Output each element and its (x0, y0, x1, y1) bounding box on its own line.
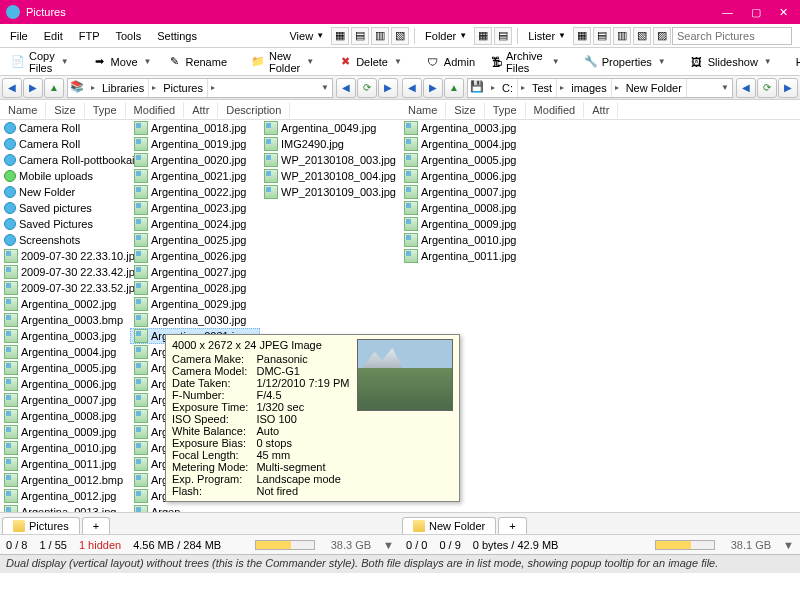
nav-up-button[interactable]: ▲ (44, 78, 64, 98)
col-type[interactable]: Type (85, 102, 126, 118)
nav-up-button[interactable]: ▲ (444, 78, 464, 98)
crumb-libraries[interactable]: Libraries (98, 79, 149, 97)
list-item[interactable]: WP_20130108_003.jpg (260, 152, 400, 168)
folder-mode-2-icon[interactable]: ▤ (494, 27, 512, 45)
list-item[interactable]: Argentina_0020.jpg (130, 152, 260, 168)
list-item[interactable]: Argentina_0003.jpg (400, 120, 800, 136)
list-item[interactable]: Argentina_0024.jpg (130, 216, 260, 232)
menu-settings[interactable]: Settings (149, 26, 205, 46)
col-name[interactable]: Name (400, 102, 446, 118)
list-item[interactable]: Argentina_0025.jpg (130, 232, 260, 248)
view-mode-3-icon[interactable]: ▥ (371, 27, 389, 45)
list-item[interactable]: Argentina_0004.jpg (0, 344, 130, 360)
lister-mode-1-icon[interactable]: ▦ (573, 27, 591, 45)
search-input[interactable] (672, 27, 792, 45)
left-breadcrumb[interactable]: 📚 ▸ Libraries ▸ Pictures ▸ ▼ (67, 78, 333, 98)
col-attr[interactable]: Attr (584, 102, 618, 118)
nav-fwd-button[interactable]: ▶ (423, 78, 443, 98)
list-item[interactable]: 2009-07-30 22.33.52.jpg (0, 280, 130, 296)
nav-left-arrow-icon[interactable]: ◀ (736, 78, 756, 98)
list-item[interactable]: Argentina_0022.jpg (130, 184, 260, 200)
right-tab[interactable]: New Folder (402, 517, 496, 534)
list-item[interactable]: Argentina_0027.jpg (130, 264, 260, 280)
list-item[interactable]: Argentina_0023.jpg (130, 200, 260, 216)
list-item[interactable]: Argentina_0013.jpg (0, 504, 130, 512)
list-item[interactable]: Argentina_0003.bmp (0, 312, 130, 328)
list-item[interactable]: Argen (130, 504, 260, 512)
list-item[interactable]: Argentina_0003.jpg (0, 328, 130, 344)
col-type[interactable]: Type (485, 102, 526, 118)
nav-left-arrow-icon[interactable]: ◀ (336, 78, 356, 98)
list-item[interactable]: Saved pictures (0, 200, 130, 216)
list-item[interactable]: Argentina_0009.jpg (400, 216, 800, 232)
list-item[interactable]: Argentina_0005.jpg (400, 152, 800, 168)
move-button[interactable]: ➡Move▼ (86, 51, 159, 73)
crumb-c[interactable]: C: (498, 79, 518, 97)
list-item[interactable]: 2009-07-30 22.33.10.jpg (0, 248, 130, 264)
nav-back-button[interactable]: ◀ (2, 78, 22, 98)
list-item[interactable]: Camera Roll (0, 120, 130, 136)
col-modified[interactable]: Modified (126, 102, 185, 118)
list-item[interactable]: Argentina_0018.jpg (130, 120, 260, 136)
view-mode-1-icon[interactable]: ▦ (331, 27, 349, 45)
list-item[interactable]: Camera Roll-pottbookair (0, 152, 130, 168)
col-name[interactable]: Name (0, 102, 46, 118)
col-attr[interactable]: Attr (184, 102, 218, 118)
admin-button[interactable]: 🛡Admin (419, 51, 482, 73)
lister-mode-3-icon[interactable]: ▥ (613, 27, 631, 45)
left-tab-add[interactable]: + (82, 517, 110, 534)
list-item[interactable]: Screenshots (0, 232, 130, 248)
close-button[interactable]: ✕ (779, 6, 788, 19)
list-item[interactable]: WP_20130109_003.jpg (260, 184, 400, 200)
delete-button[interactable]: ✖Delete▼ (331, 51, 409, 73)
rename-button[interactable]: ✎Rename (160, 51, 234, 73)
list-item[interactable]: Argentina_0049.jpg (260, 120, 400, 136)
right-tab-add[interactable]: + (498, 517, 526, 534)
list-item[interactable]: Argentina_0012.bmp (0, 472, 130, 488)
help-button[interactable]: Help❔▼ (789, 51, 800, 73)
list-item[interactable]: Argentina_0010.jpg (400, 232, 800, 248)
col-modified[interactable]: Modified (526, 102, 585, 118)
crumb-dropdown-icon[interactable]: ▼ (718, 83, 732, 92)
maximize-button[interactable]: ▢ (751, 6, 761, 19)
crumb-pictures[interactable]: Pictures (159, 79, 208, 97)
view-mode-4-icon[interactable]: ▧ (391, 27, 409, 45)
view-dropdown[interactable]: View▼ (283, 28, 330, 44)
list-item[interactable]: Argentina_0002.jpg (0, 296, 130, 312)
list-item[interactable]: Camera Roll (0, 136, 130, 152)
lister-mode-2-icon[interactable]: ▤ (593, 27, 611, 45)
crumb-images[interactable]: images (567, 79, 611, 97)
menu-tools[interactable]: Tools (107, 26, 149, 46)
list-item[interactable]: Argentina_0021.jpg (130, 168, 260, 184)
list-item[interactable]: Argentina_0009.jpg (0, 424, 130, 440)
minimize-button[interactable]: — (722, 6, 733, 19)
new-folder-button[interactable]: 📁New Folder▼ (244, 46, 321, 78)
nav-right-arrow-icon[interactable]: ▶ (378, 78, 398, 98)
list-item[interactable]: Argentina_0029.jpg (130, 296, 260, 312)
crumb-test[interactable]: Test (528, 79, 557, 97)
list-item[interactable]: Argentina_0008.jpg (400, 200, 800, 216)
right-breadcrumb[interactable]: 💾 ▸ C: ▸ Test ▸ images ▸ New Folder ▼ (467, 78, 733, 98)
archive-button[interactable]: 🗜Archive Files▼ (484, 46, 567, 78)
list-item[interactable]: Argentina_0030.jpg (130, 312, 260, 328)
nav-refresh-icon[interactable]: ⟳ (757, 78, 777, 98)
nav-back-button[interactable]: ◀ (402, 78, 422, 98)
list-item[interactable]: Argentina_0008.jpg (0, 408, 130, 424)
list-item[interactable]: Argentina_0012.jpg (0, 488, 130, 504)
list-item[interactable]: Argentina_0006.jpg (0, 376, 130, 392)
col-size[interactable]: Size (46, 102, 84, 118)
copy-files-button[interactable]: 📄Copy Files▼ (4, 46, 76, 78)
left-tab[interactable]: Pictures (2, 517, 80, 534)
folder-mode-1-icon[interactable]: ▦ (474, 27, 492, 45)
list-item[interactable]: Argentina_0028.jpg (130, 280, 260, 296)
menu-file[interactable]: File (2, 26, 36, 46)
list-item[interactable]: Mobile uploads (0, 168, 130, 184)
view-mode-2-icon[interactable]: ▤ (351, 27, 369, 45)
list-item[interactable]: Argentina_0026.jpg (130, 248, 260, 264)
list-item[interactable]: IMG2490.jpg (260, 136, 400, 152)
list-item[interactable]: Argentina_0019.jpg (130, 136, 260, 152)
list-item[interactable]: Argentina_0005.jpg (0, 360, 130, 376)
list-item[interactable]: WP_20130108_004.jpg (260, 168, 400, 184)
nav-refresh-icon[interactable]: ⟳ (357, 78, 377, 98)
crumb-newfolder[interactable]: New Folder (622, 79, 687, 97)
